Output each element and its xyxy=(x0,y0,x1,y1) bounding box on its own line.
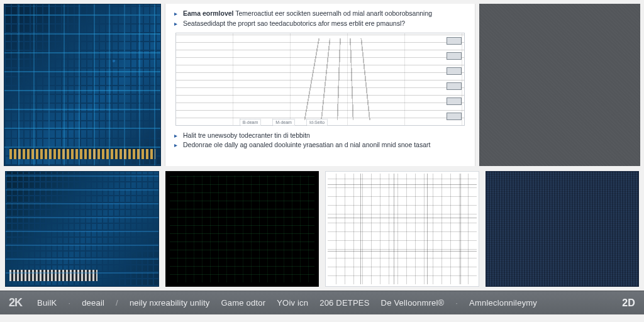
separator: · xyxy=(455,298,458,308)
brand-badge: 2K xyxy=(9,296,22,309)
bullet-text: Seatasedidapt the proprt sao teedacuboto… xyxy=(183,19,405,27)
bullet-text: Halit tre unewsoby todecranter tin di te… xyxy=(183,131,310,139)
bullet-item: Halit tre unewsoby todecranter tin di te… xyxy=(174,131,466,141)
wiring-schematic: B-deam M-deam Id-Seito xyxy=(175,33,465,126)
device-block xyxy=(447,37,462,45)
mini-label: B-deam xyxy=(240,119,262,126)
bullet-item: Seatasedidapt the proprt sao teedacuboto… xyxy=(174,19,466,29)
footer-item[interactable]: neily nxreability unlity xyxy=(130,298,210,308)
footer-item[interactable]: Game odtor xyxy=(221,298,266,308)
signal-fanout xyxy=(228,38,440,120)
mini-label: M-deam xyxy=(272,119,295,126)
footer-item[interactable]: deeail xyxy=(82,298,104,308)
diagram-bullets-top: Eama eormlovel Temeroactiut eer socikten… xyxy=(174,9,466,29)
bullet-text: Dedonrae ole dally ag oanaled dooluinte … xyxy=(183,141,430,148)
panel-schematic-diagram: Eama eormlovel Temeroactiut eer socikten… xyxy=(165,4,475,166)
schematic-mini-labels: B-deam M-deam Id-Seito xyxy=(240,119,328,126)
thumb-pcb[interactable] xyxy=(5,171,159,287)
device-block xyxy=(447,82,462,90)
panel-pcb-large xyxy=(4,4,161,166)
bullet-item: Dedonrae ole dally ag oanaled dooluinte … xyxy=(174,140,466,150)
footer-item[interactable]: De Velloonmrel® xyxy=(381,298,445,308)
bullet-lead: Eama eormlovel xyxy=(183,9,234,17)
thumb-blueprint-grid[interactable] xyxy=(325,171,479,287)
footer-item[interactable]: Amnleclonnileymy xyxy=(469,298,537,308)
footer-bar: 2K BuilK · deeail / neily nxreability un… xyxy=(0,291,644,314)
pcb-edge-connector xyxy=(9,148,155,159)
top-row: Eama eormlovel Temeroactiut eer socikten… xyxy=(0,0,644,166)
footer-item[interactable]: 206 DETPES xyxy=(319,298,369,308)
panel-grey-swatch xyxy=(479,4,640,166)
separator: / xyxy=(116,298,118,308)
footer-item[interactable]: YOiv icn xyxy=(277,298,308,308)
device-block xyxy=(447,113,462,120)
device-block xyxy=(447,97,462,105)
thumb-dark-grid[interactable] xyxy=(165,171,319,287)
separator: · xyxy=(68,298,70,308)
bullet-item: Eama eormlovel Temeroactiut eer socikten… xyxy=(174,9,466,19)
device-block xyxy=(447,52,462,60)
mini-label: Id-Seito xyxy=(306,119,328,126)
thumbnail-row xyxy=(0,166,644,291)
mode-badge-2d[interactable]: 2D xyxy=(622,297,635,309)
bullet-text: Temeroactiut eer socikten sueernalh od m… xyxy=(235,9,432,17)
thumb-pcb-connector xyxy=(9,270,97,281)
device-block xyxy=(447,67,462,75)
thumb-navy-weave[interactable] xyxy=(486,171,640,287)
footer-item[interactable]: BuilK xyxy=(37,298,57,308)
diagram-bullets-bottom: Halit tre unewsoby todecranter tin di te… xyxy=(174,131,466,151)
